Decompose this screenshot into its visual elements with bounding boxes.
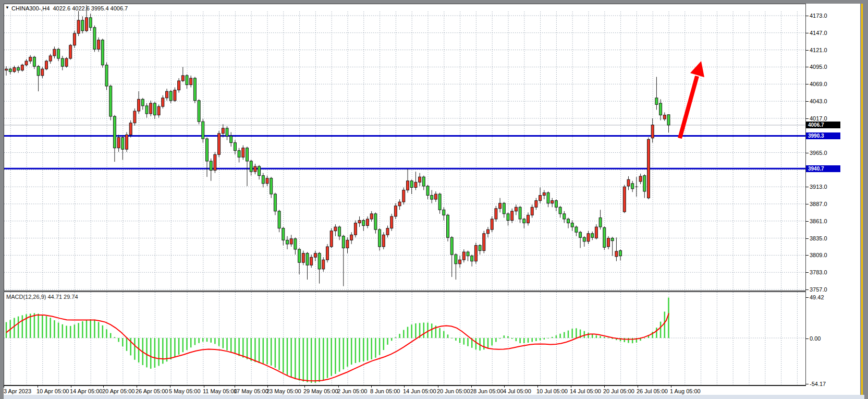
price-axis-label: 3783.0 [810,269,827,275]
price-axis-label: 4173.0 [810,13,827,19]
time-axis-tick [438,386,438,388]
price-axis-tick [806,187,809,187]
macd-axis-label: 0.00 [810,335,821,342]
time-axis-tick [504,386,505,388]
price-axis-tick [806,272,809,273]
time-axis-tick [204,386,204,388]
macd-histogram [6,298,669,383]
price-axis-tick [806,289,809,290]
time-axis-label: 8 Jun 05:00 [370,388,400,394]
macd-gridlines [4,292,805,384]
price-axis-tick [806,153,809,153]
price-axis-label: 3835.0 [810,235,827,241]
price-axis-tick [806,84,809,84]
time-axis-tick [103,386,104,388]
time-axis-tick [267,386,268,388]
price-axis-tick [806,16,809,16]
price-axis-label: 3965.0 [810,150,827,156]
time-axis-label: 14 Jun 05:00 [403,388,436,394]
hline-price-tag: 3990.3 [806,132,840,139]
price-axis-label: 3861.0 [810,218,827,224]
price-axis-label: 4069.0 [810,81,827,87]
time-axis-tick [338,386,339,388]
price-axis-label: 3809.0 [810,252,827,258]
macd-signal-line [6,313,669,381]
time-axis-tick [137,386,137,388]
time-axis-label: 20 Jun 05:00 [437,388,470,394]
price-axis-label: 4121.0 [810,47,827,53]
price-axis-tick [806,221,809,222]
trend-arrow[interactable] [680,61,704,138]
price-axis-tick [806,255,809,256]
main-gridlines [4,11,805,290]
price-axis-label: 4147.0 [810,30,827,36]
price-axis-tick [806,67,809,67]
support-resistance-lines[interactable] [4,136,805,169]
time-axis-tick [235,386,235,388]
time-axis-label: 28 Jun 05:00 [470,388,504,394]
price-axis-label: 3887.0 [810,201,827,207]
time-axis-tick [371,386,372,388]
macd-indicator-pane[interactable] [4,292,806,385]
time-axis-label: 26 Jul 05:00 [637,388,668,394]
candles-group [5,5,670,286]
price-axis-tick [806,33,809,33]
time-axis-label: 14 Apr 05:00 [70,388,102,394]
time-axis-label: 20 Jul 05:00 [603,388,634,394]
price-axis-tick [806,238,809,239]
chart-title-ohlc: CHINA300-,H4 4022.6 4022.6 3995.4 4006.7 [11,5,128,11]
price-axis-tick [806,118,809,119]
time-axis-tick [71,386,71,388]
mt4-chart-window: { "header": { "title": "CHINA300-,H4 402… [0,0,868,399]
window-bottom-strip [4,395,864,399]
macd-axis-tick [806,338,809,339]
time-axis-label: 2 Jun 05:00 [337,388,368,394]
time-axis-label: 3 Apr 2023 [4,388,31,394]
time-axis-label: 5 May 05:00 [169,388,201,394]
time-axis-label: 17 May 05:00 [234,388,268,394]
price-axis-label: 3757.0 [810,286,827,293]
macd-chart[interactable] [4,292,805,385]
time-axis-label: 14 Jul 05:00 [570,388,601,394]
time-axis-tick [38,386,38,388]
time-axis-label: 4 Jul 05:00 [503,388,531,394]
time-axis-label: 20 Apr 05:00 [102,388,135,394]
time-axis-tick [4,386,4,388]
price-axis-tick [806,50,809,51]
macd-axis-tick [806,297,809,298]
time-axis-tick [638,386,638,388]
time-axis-label: 10 Jul 05:00 [536,388,568,394]
price-axis-label: 4043.0 [810,98,827,104]
symbol-dropdown-icon[interactable]: ▼ [5,5,9,10]
pane-edge-accent [861,4,863,395]
time-axis-label: 26 Apr 05:00 [136,388,168,394]
macd-axis-label: -54.17 [810,381,826,387]
time-axis-label: 1 Aug 05:00 [670,388,701,394]
time-axis-tick [604,386,605,388]
price-axis-label: 3913.0 [810,184,827,190]
macd-indicator-label: MACD(12,26,9) 44.71 29.74 [6,294,78,300]
time-axis[interactable]: 3 Apr 202310 Apr 05:0014 Apr 05:0020 Apr… [4,385,806,395]
price-axis-label: 4095.0 [810,64,827,70]
time-axis-tick [304,386,305,388]
time-axis-tick [404,386,405,388]
time-axis-label: 29 May 05:00 [303,388,338,394]
hline-price-tag: 3940.7 [806,165,840,172]
candlestick-chart[interactable] [4,4,805,291]
price-axis-label: 4017.0 [810,115,827,122]
macd-axis-tick [806,384,809,384]
time-axis-label: 23 May 05:00 [266,388,301,394]
price-axis[interactable]: 4173.04147.04121.04095.04069.04043.04017… [806,4,860,395]
bid-price-tag: 4006.7 [806,122,840,128]
time-axis-tick [170,386,170,388]
price-axis-tick [806,204,809,204]
time-axis-tick [537,386,538,388]
time-axis-label: 10 Apr 05:00 [36,388,69,394]
macd-axis-label: 49.42 [810,294,824,300]
price-axis-tick [806,101,809,102]
time-axis-tick [671,386,671,388]
main-chart-pane[interactable] [4,4,806,291]
time-axis-tick [571,386,571,388]
time-axis-tick [471,386,472,388]
time-axis-label: 11 May 05:00 [203,388,237,394]
